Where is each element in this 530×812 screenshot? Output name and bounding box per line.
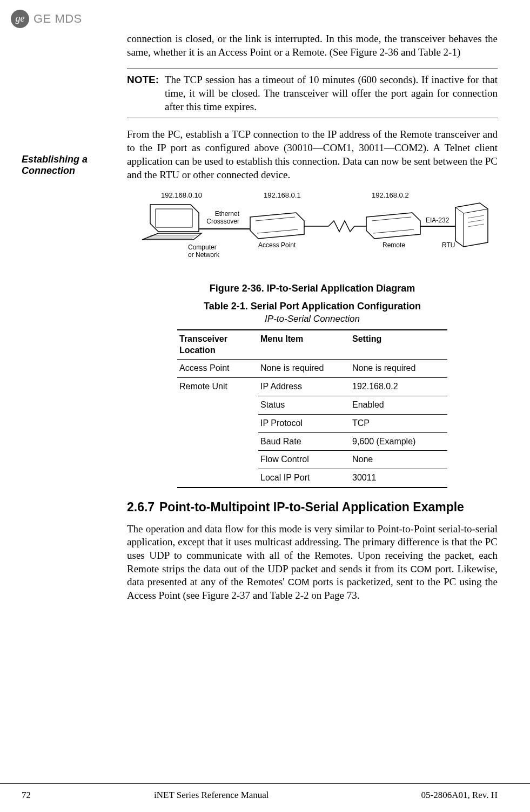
cell [177,451,258,469]
eia-label: EIA-232 [426,216,450,224]
figure-diagram: 192.168.0.10 192.168.0.1 192.168.0.2 Com… [127,191,498,276]
remote-device-icon [366,213,420,239]
section-number: 2.6.7 [127,500,159,515]
note-block: NOTE: The TCP session has a timeout of 1… [127,69,498,118]
table-row: Access Point None is required None is re… [177,360,447,378]
table-header-2: Menu Item [258,330,350,360]
cell: None is required [350,360,447,378]
ge-logo-icon: ge [11,10,29,28]
table-row: Remote Unit IP Address 192.168.0.2 [177,378,447,396]
com-port-text: COM [288,577,310,587]
crossover-label-l2: Crosssover [206,218,239,225]
cell: 30011 [350,469,447,488]
figure-caption: Figure 2-36. IP-to-Serial Application Di… [127,282,498,295]
cell: Flow Control [258,451,350,469]
laptop-icon [142,205,202,240]
access-point-icon [250,213,304,239]
table-title: Table 2-1. Serial Port Application Confi… [127,300,498,313]
cell: IP Address [258,378,350,396]
ip-ap-text: 192.168.0.1 [264,191,301,199]
ip-to-serial-diagram-icon: 192.168.0.10 192.168.0.1 192.168.0.2 Com… [127,191,498,272]
section-heading: 2.6.7 Point-to-Multipoint IP-to-Serial A… [127,500,498,515]
table-row: Status Enabled [177,396,447,414]
cell [177,396,258,414]
radio-link-icon [304,221,366,232]
page-number: 72 [22,789,127,801]
table-subtitle: IP-to-Serial Connection [127,313,498,325]
cell: 9,600 (Example) [350,432,447,451]
ip-remote-text: 192.168.0.2 [372,191,409,199]
cell: Access Point [177,360,258,378]
cell: Baud Rate [258,432,350,451]
note-text: The TCP session has a timeout of 10 minu… [165,73,498,113]
header: ge GE MDS [0,0,530,32]
cell: TCP [350,414,447,432]
crossover-label-l1: Ethernet [215,210,240,218]
rtu-label: RTU [442,241,455,249]
computer-label-l2: or Network [188,251,220,259]
table-row: Baud Rate 9,600 (Example) [177,432,447,451]
manual-title: iNET Series Reference Manual [127,789,421,801]
table-row: IP Protocol TCP [177,414,447,432]
establishing-paragraph: From the PC, establish a TCP connection … [127,128,498,181]
table-row: Local IP Port 30011 [177,469,447,488]
cell: None [350,451,447,469]
doc-number: 05-2806A01, Rev. H [421,789,498,801]
cell: Status [258,396,350,414]
cell: Enabled [350,396,447,414]
cell: IP Protocol [258,414,350,432]
cell: Local IP Port [258,469,350,488]
margin-heading: Establishing a Connection [22,154,127,176]
cell [177,414,258,432]
cell: 192.168.0.2 [350,378,447,396]
cell: None is required [258,360,350,378]
continuation-paragraph: connection is closed, or the link is int… [127,32,498,59]
brand-text: GE MDS [33,11,82,27]
note-label: NOTE: [127,73,165,113]
section-title: Point-to-Multipoint IP-to-Serial Applica… [159,500,464,515]
cell [177,469,258,488]
cell [177,432,258,451]
config-table: Transceiver Location Menu Item Setting A… [177,329,447,488]
computer-label-l1: Computer [188,243,217,251]
table-header-3: Setting [350,330,447,360]
table-header-1: Transceiver Location [177,330,258,360]
section-paragraph: The operation and data flow for this mod… [127,523,498,603]
footer: 72 iNET Series Reference Manual 05-2806A… [0,783,530,801]
remote-label: Remote [383,241,405,249]
rtu-icon [455,203,488,247]
ip-pc-text: 192.168.0.10 [161,191,202,199]
com-port-text: COM [411,564,432,574]
cell: Remote Unit [177,378,258,396]
table-row: Flow Control None [177,451,447,469]
ap-label: Access Point [258,241,296,249]
